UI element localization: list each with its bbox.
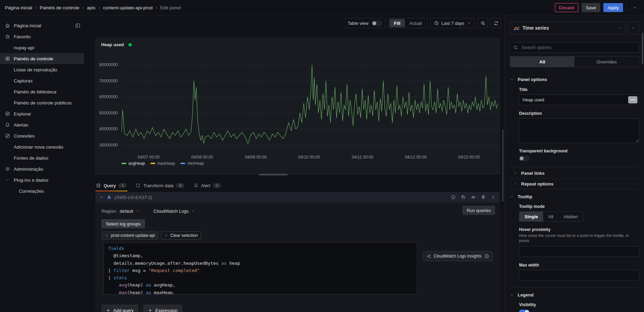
sidebar-item-listas-de-reprodu-o[interactable]: Listas de reprodução bbox=[0, 64, 84, 75]
options-search-input[interactable] bbox=[521, 44, 636, 50]
info-circle-icon[interactable] bbox=[484, 254, 489, 259]
tab-query[interactable]: Query1 bbox=[95, 180, 127, 191]
actual-option[interactable]: Actual bbox=[405, 19, 426, 27]
options-scrollbar[interactable] bbox=[642, 33, 643, 64]
timeseries-panel: Heap used avgHeapmaxHeapminHeap 80000000… bbox=[95, 38, 500, 174]
ellipsis-suggestions-button[interactable] bbox=[628, 96, 637, 103]
sidebar-item-label: Página inicial bbox=[14, 23, 41, 28]
chevron-down-icon[interactable] bbox=[99, 195, 104, 199]
x-axis-tick-label: 04/07 00:00 bbox=[133, 155, 164, 160]
panel-resize-handle[interactable] bbox=[259, 174, 288, 175]
bell-icon bbox=[5, 122, 10, 128]
toggle-viz-suggestions-button[interactable] bbox=[627, 22, 639, 34]
sidebar-item-p-gina-inicial[interactable]: Página inicial bbox=[0, 20, 84, 31]
sidebar-item-pain-is-de-controle-p-blicos[interactable]: Painéis de controle públicos bbox=[0, 97, 84, 108]
drag-handle-icon[interactable] bbox=[491, 195, 496, 200]
section-repeat-options[interactable]: Repeat options bbox=[510, 179, 639, 189]
breadcrumb-separator: › bbox=[35, 5, 37, 10]
sidebar-item-administra-o[interactable]: Administração bbox=[0, 163, 84, 174]
sidebar-item-alertas[interactable]: Alertas bbox=[0, 119, 84, 130]
sidebar-item-favorito[interactable]: Favorito bbox=[0, 31, 84, 42]
zoom-out-button[interactable] bbox=[478, 18, 488, 28]
timeseries-plot[interactable] bbox=[122, 56, 499, 149]
chart-legend: avgHeapmaxHeapminHeap bbox=[122, 161, 204, 166]
max-width-input[interactable] bbox=[519, 270, 639, 281]
trash-icon[interactable] bbox=[481, 195, 486, 200]
sidebar-item-adicionar-nova-conex-o[interactable]: Adicionar nova conexão bbox=[0, 141, 84, 152]
close-icon[interactable] bbox=[105, 234, 108, 237]
region-label: Region: bbox=[102, 209, 117, 214]
query-mode-select[interactable]: CloudWatch Logs bbox=[154, 209, 195, 214]
sidebar-item-label: nupay-api bbox=[14, 45, 34, 50]
section-tooltip[interactable]: Tooltip bbox=[510, 194, 639, 199]
time-range-picker[interactable]: Last 7 days bbox=[430, 18, 475, 28]
divider bbox=[626, 4, 627, 11]
run-queries-button[interactable]: Run queries bbox=[463, 206, 495, 215]
info-circle-icon[interactable] bbox=[451, 195, 456, 200]
clear-selection-chip[interactable]: Clear selection bbox=[161, 231, 201, 240]
sidebar-item-pain-is-de-biblioteca[interactable]: Painéis de biblioteca bbox=[0, 86, 84, 97]
legend-visibility-toggle[interactable]: ✓ bbox=[519, 310, 529, 312]
panel-title-input[interactable] bbox=[519, 94, 639, 105]
select-log-groups-button[interactable]: Select log groups bbox=[102, 219, 145, 228]
chevron-down-icon bbox=[510, 195, 514, 199]
legend-item-avgHeap[interactable]: avgHeap bbox=[122, 161, 145, 166]
breadcrumb-item[interactable]: Painéis de controle bbox=[40, 5, 80, 10]
chevron-up-icon[interactable] bbox=[630, 4, 639, 11]
legend-visibility-label: Visibility bbox=[519, 302, 639, 307]
tab-overrides[interactable]: Overrides bbox=[574, 57, 639, 67]
sidebar-item-label: Favorito bbox=[14, 34, 31, 39]
eye-icon[interactable] bbox=[471, 195, 476, 200]
tab-transform-data[interactable]: Transform data0 bbox=[135, 180, 185, 191]
table-view-toggle[interactable] bbox=[372, 21, 382, 26]
visualization-picker[interactable]: Time series bbox=[510, 22, 625, 34]
sidebar-item-fontes-de-dados[interactable]: Fontes de dados bbox=[0, 152, 84, 163]
add-query-button[interactable]: Add query bbox=[102, 305, 138, 312]
legend-item-maxHeap[interactable]: maxHeap bbox=[150, 161, 175, 166]
section-legend[interactable]: Legend bbox=[510, 292, 639, 298]
query-row-header[interactable]: A (AWS-US-EAST-2) bbox=[95, 192, 500, 202]
breadcrumb-item[interactable]: content-update-api-prod bbox=[103, 5, 152, 10]
breadcrumb-item[interactable]: Página inicial bbox=[5, 5, 32, 10]
save-button[interactable]: Save bbox=[582, 3, 600, 12]
logs-query-code-editor[interactable]: fields @timestamp, details.memoryUsage.a… bbox=[104, 243, 417, 294]
cloudwatch-insights-button[interactable]: CloudWatch Logs Insights bbox=[423, 251, 493, 261]
hover-proximity-input[interactable] bbox=[519, 246, 639, 257]
sidebar-item-pain-is-de-controle[interactable]: Painéis de controle bbox=[0, 53, 84, 64]
section-panel-options[interactable]: Panel options bbox=[510, 77, 639, 82]
tooltip-mode-single[interactable]: Single bbox=[519, 212, 543, 221]
tooltip-mode-hidden[interactable]: Hidden bbox=[558, 212, 583, 221]
apply-button[interactable]: Apply bbox=[603, 3, 623, 12]
panel-title: Heap used bbox=[101, 42, 124, 47]
main-scrollbar[interactable] bbox=[502, 130, 504, 202]
add-expression-button[interactable]: Expression bbox=[144, 305, 182, 312]
chevron-right-icon bbox=[513, 182, 517, 186]
panel-left-icon[interactable] bbox=[75, 23, 81, 28]
fill-option[interactable]: Fill bbox=[390, 19, 405, 27]
tab-alert[interactable]: Alert1 bbox=[193, 180, 222, 191]
query-section: A (AWS-US-EAST-2) Region: default CloudW… bbox=[95, 192, 500, 312]
log-group-chip[interactable]: prod-content-update-api bbox=[102, 231, 158, 240]
sidebar-item-conex-es[interactable]: Conexões bbox=[0, 130, 84, 141]
tab-count-badge: 1 bbox=[213, 183, 221, 188]
max-width-label: Max width bbox=[519, 263, 639, 268]
sidebar-item-nupay-api[interactable]: nupay-api bbox=[0, 42, 84, 53]
chevron-down-icon bbox=[136, 209, 140, 213]
breadcrumb-item[interactable]: apis bbox=[87, 5, 95, 10]
copy-icon[interactable] bbox=[461, 195, 466, 200]
refresh-button[interactable] bbox=[491, 18, 501, 28]
tab-all[interactable]: All bbox=[510, 57, 574, 67]
transparent-background-toggle[interactable] bbox=[519, 156, 529, 161]
discard-button[interactable]: Discard bbox=[555, 3, 578, 12]
sidebar-item-correla-es[interactable]: Correlações bbox=[0, 185, 84, 197]
legend-item-minHeap[interactable]: minHeap bbox=[180, 161, 204, 166]
code-line: | stats bbox=[108, 274, 413, 281]
region-select[interactable]: default bbox=[120, 209, 140, 214]
sidebar-item-capturas[interactable]: Capturas bbox=[0, 75, 84, 86]
section-panel-links[interactable]: Panel links bbox=[510, 168, 639, 178]
sidebar-item-explorar[interactable]: Explorar bbox=[0, 108, 84, 119]
tooltip-mode-all[interactable]: All bbox=[543, 212, 558, 221]
panel-description-textarea[interactable] bbox=[519, 118, 639, 143]
query-datasource: (AWS-US-EAST-2) bbox=[115, 195, 152, 200]
sidebar-item-plug-ins-e-dados[interactable]: Plug-ins e dados bbox=[0, 174, 84, 185]
